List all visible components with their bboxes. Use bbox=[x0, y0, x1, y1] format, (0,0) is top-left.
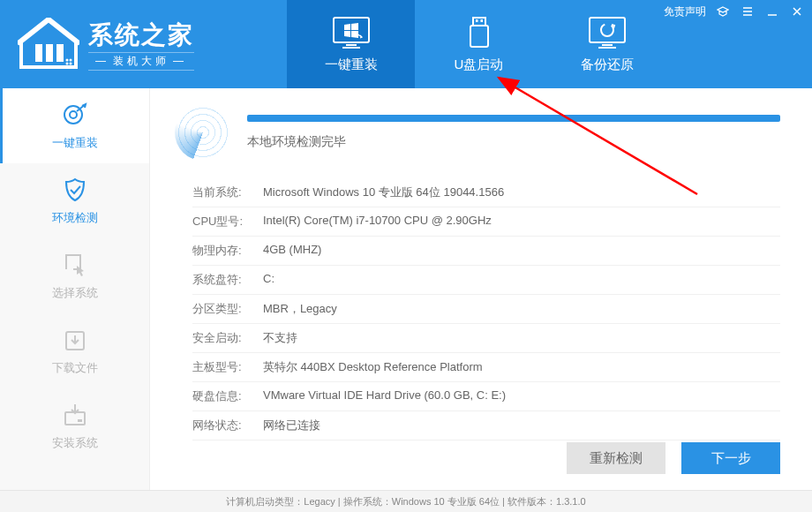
info-label: 分区类型: bbox=[192, 301, 263, 317]
info-label: 安全启动: bbox=[192, 330, 263, 346]
app-subtitle: 装机大师 bbox=[88, 52, 194, 71]
info-value: MBR，Legacy bbox=[263, 301, 337, 317]
info-row: 系统盘符:C: bbox=[192, 266, 780, 295]
close-icon[interactable] bbox=[789, 4, 805, 19]
info-label: 网络状态: bbox=[192, 418, 263, 433]
main-content: 本地环境检测完毕 当前系统:Microsoft Windows 10 专业版 6… bbox=[150, 88, 812, 490]
info-label: CPU型号: bbox=[192, 214, 263, 230]
titlebar-controls: 免责声明 bbox=[664, 4, 805, 19]
svg-point-4 bbox=[70, 59, 72, 62]
sidebar-item-download[interactable]: 下载文件 bbox=[0, 313, 149, 388]
select-icon bbox=[61, 252, 89, 278]
sidebar-item-reinstall[interactable]: 一键重装 bbox=[0, 88, 149, 163]
svg-rect-0 bbox=[35, 44, 42, 62]
info-row: 安全启动:不支持 bbox=[192, 324, 780, 353]
scan-status: 本地环境检测完毕 bbox=[247, 134, 780, 150]
svg-rect-22 bbox=[78, 419, 82, 422]
sidebar: 一键重装 环境检测 选择系统 下载文件 安装系统 bbox=[0, 88, 150, 490]
install-icon bbox=[61, 402, 89, 428]
tab-backup-restore[interactable]: 备份还原 bbox=[543, 0, 671, 88]
download-icon bbox=[61, 327, 89, 353]
svg-point-17 bbox=[601, 24, 613, 36]
info-row: CPU型号:Intel(R) Core(TM) i7-10700 CPU @ 2… bbox=[192, 207, 780, 237]
sidebar-label: 环境检测 bbox=[52, 210, 98, 226]
info-value: Intel(R) Core(TM) i7-10700 CPU @ 2.90GHz bbox=[263, 214, 492, 230]
disclaimer-link[interactable]: 免责声明 bbox=[664, 4, 706, 19]
svg-rect-16 bbox=[598, 47, 616, 49]
house-logo-icon bbox=[18, 18, 79, 71]
info-row: 当前系统:Microsoft Windows 10 专业版 64位 19044.… bbox=[192, 178, 780, 207]
info-value: VMware Virtual IDE Hard Drive (60.0 GB, … bbox=[263, 388, 506, 404]
sidebar-label: 选择系统 bbox=[52, 285, 98, 301]
svg-rect-2 bbox=[56, 44, 64, 62]
info-row: 物理内存:4GB (MHZ) bbox=[192, 237, 780, 266]
tab-label: 备份还原 bbox=[581, 56, 634, 73]
target-icon bbox=[61, 102, 89, 128]
header: 系统之家 装机大师 一键重装 U盘启动 备份还原 免责声明 bbox=[0, 0, 812, 88]
graduation-icon[interactable] bbox=[715, 4, 731, 19]
tab-label: 一键重装 bbox=[325, 56, 378, 73]
progress-bar bbox=[247, 115, 780, 122]
usb-icon bbox=[460, 16, 499, 49]
info-value: 不支持 bbox=[263, 330, 297, 346]
svg-rect-10 bbox=[473, 18, 485, 26]
monitor-windows-icon bbox=[332, 16, 371, 49]
svg-rect-12 bbox=[480, 19, 483, 22]
svg-rect-14 bbox=[590, 18, 625, 42]
info-value: C: bbox=[263, 272, 274, 288]
info-row: 硬盘信息:VMware Virtual IDE Hard Drive (60.0… bbox=[192, 382, 780, 411]
svg-point-6 bbox=[70, 63, 72, 65]
info-row: 主板型号:英特尔 440BX Desktop Reference Platfor… bbox=[192, 353, 780, 382]
svg-rect-8 bbox=[346, 44, 357, 46]
sidebar-item-install[interactable]: 安装系统 bbox=[0, 388, 149, 463]
svg-point-19 bbox=[70, 111, 77, 118]
tab-label: U盘启动 bbox=[455, 56, 504, 73]
sidebar-item-select-system[interactable]: 选择系统 bbox=[0, 238, 149, 313]
minimize-icon[interactable] bbox=[764, 4, 780, 19]
info-label: 硬盘信息: bbox=[192, 388, 263, 404]
info-value: 英特尔 440BX Desktop Reference Platform bbox=[263, 359, 483, 375]
recheck-button[interactable]: 重新检测 bbox=[567, 442, 665, 474]
svg-point-5 bbox=[66, 63, 69, 65]
app-title: 系统之家 bbox=[88, 19, 194, 52]
svg-rect-11 bbox=[476, 19, 478, 22]
info-label: 系统盘符: bbox=[192, 272, 263, 288]
sidebar-label: 下载文件 bbox=[52, 360, 98, 376]
info-label: 当前系统: bbox=[192, 184, 263, 200]
svg-rect-15 bbox=[602, 44, 613, 46]
tab-reinstall[interactable]: 一键重装 bbox=[287, 0, 415, 88]
info-label: 物理内存: bbox=[192, 243, 263, 259]
shield-check-icon bbox=[61, 177, 89, 203]
info-value: 4GB (MHZ) bbox=[263, 243, 321, 259]
sidebar-label: 一键重装 bbox=[52, 135, 98, 151]
info-list: 当前系统:Microsoft Windows 10 专业版 64位 19044.… bbox=[175, 178, 780, 440]
svg-point-3 bbox=[66, 59, 69, 62]
status-bar: 计算机启动类型：Legacy | 操作系统：Windows 10 专业版 64位… bbox=[0, 490, 812, 512]
info-value: 网络已连接 bbox=[263, 418, 320, 433]
svg-rect-13 bbox=[470, 26, 488, 47]
radar-icon bbox=[175, 104, 231, 161]
info-row: 分区类型:MBR，Legacy bbox=[192, 295, 780, 324]
sidebar-item-env-check[interactable]: 环境检测 bbox=[0, 163, 149, 238]
logo-area: 系统之家 装机大师 bbox=[0, 0, 287, 88]
svg-rect-1 bbox=[46, 44, 53, 62]
tab-usb-boot[interactable]: U盘启动 bbox=[415, 0, 543, 88]
info-label: 主板型号: bbox=[192, 359, 263, 375]
menu-icon[interactable] bbox=[740, 4, 756, 19]
info-value: Microsoft Windows 10 专业版 64位 19044.1566 bbox=[263, 184, 504, 200]
sidebar-label: 安装系统 bbox=[52, 435, 98, 451]
info-row: 网络状态:网络已连接 bbox=[192, 411, 780, 440]
next-button[interactable]: 下一步 bbox=[681, 442, 780, 474]
svg-rect-9 bbox=[342, 47, 360, 49]
monitor-refresh-icon bbox=[588, 16, 627, 49]
